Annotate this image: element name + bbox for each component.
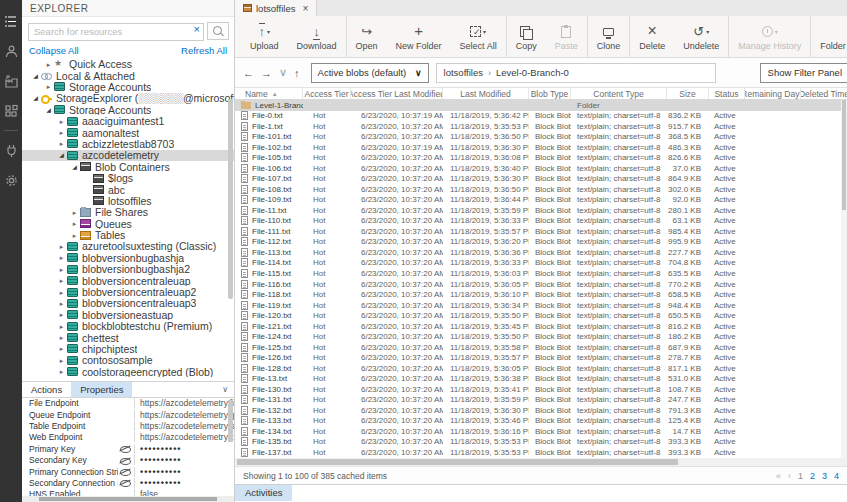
tree-expander-icon[interactable]: [56, 138, 67, 149]
table-row[interactable]: File-101.txt Hot 6/23/2020, 10:37:20 AM …: [235, 132, 847, 143]
table-row[interactable]: File-124.txt Hot 6/23/2020, 10:37:20 AM …: [235, 331, 847, 342]
tree-expander-icon[interactable]: [56, 241, 67, 252]
toolbar-button[interactable]: ▾ Upload: [241, 16, 288, 57]
tree-item[interactable]: $logs: [22, 172, 234, 183]
tab-activities[interactable]: Activities: [235, 485, 292, 501]
show-filter-panel-button[interactable]: Show Filter Panel: [760, 63, 847, 83]
tree-item[interactable]: Quick Access: [22, 59, 234, 70]
toolbar-button[interactable]: ▾ Undelete: [674, 16, 728, 57]
tree-scrollbar[interactable]: [228, 99, 233, 299]
tree-item[interactable]: blobversionbugbashja2: [22, 264, 234, 275]
table-hscrollbar[interactable]: [235, 458, 847, 466]
table-row[interactable]: File-137.txt Hot 6/23/2020, 10:37:20 AM …: [235, 447, 847, 458]
tree-item[interactable]: Storage Accounts: [22, 104, 234, 115]
table-row[interactable]: File-134.txt Hot 6/23/2020, 10:37:20 AM …: [235, 426, 847, 437]
tree-expander-icon[interactable]: [43, 104, 54, 115]
tree-expander-icon[interactable]: [56, 150, 67, 161]
page-link[interactable]: 3: [822, 471, 827, 481]
toolbar-button[interactable]: Paste: [546, 16, 587, 57]
tree-item[interactable]: Queues: [22, 218, 234, 229]
tree-item[interactable]: blobversionbugbashja: [22, 252, 234, 263]
table-row[interactable]: File-11.txt Hot 6/23/2020, 10:37:20 AM 1…: [235, 205, 847, 216]
column-content-type[interactable]: Content Type: [571, 88, 667, 99]
table-row[interactable]: File-133.txt Hot 6/23/2020, 10:37:20 AM …: [235, 415, 847, 426]
table-row[interactable]: File-119.txt Hot 6/23/2020, 10:37:20 AM …: [235, 300, 847, 311]
eye-slash-icon[interactable]: [118, 444, 134, 453]
history-chevron-icon[interactable]: ∨: [279, 66, 287, 79]
tree-expander-icon[interactable]: [56, 275, 67, 286]
table-row[interactable]: File-106.txt Hot 6/23/2020, 10:37:20 AM …: [235, 163, 847, 174]
page-link[interactable]: ‹: [788, 471, 791, 481]
table-row[interactable]: File-135.txt Hot 6/23/2020, 10:37:20 AM …: [235, 437, 847, 448]
tree-expander-icon[interactable]: [56, 252, 67, 263]
toolbar-button[interactable]: Folder Statistics: [810, 16, 847, 57]
toolbar-button[interactable]: Download: [288, 16, 346, 57]
tree-expander-icon[interactable]: [56, 287, 67, 298]
properties-scrollbar[interactable]: [228, 400, 233, 442]
tree-item[interactable]: blobversioncentraleuap3: [22, 298, 234, 309]
tree-expander-icon[interactable]: [56, 343, 67, 354]
tree-item[interactable]: lotsoffiles: [22, 195, 234, 206]
table-row[interactable]: File-102.txt Hot 6/23/2020, 10:37:19 AM …: [235, 142, 847, 153]
table-row[interactable]: File-108.txt Hot 6/23/2020, 10:37:20 AM …: [235, 184, 847, 195]
tree-item[interactable]: chipchiptest: [22, 343, 234, 354]
back-icon[interactable]: ←: [243, 67, 254, 79]
tab-close-icon[interactable]: ×: [302, 3, 308, 14]
tree-item[interactable]: abc: [22, 184, 234, 195]
column-access-tier[interactable]: Access Tier: [303, 88, 351, 99]
tab-lotsoffiles[interactable]: lotsoffiles ×: [235, 0, 317, 16]
toolbar-button[interactable]: ▾ Manage History: [728, 16, 810, 57]
search-icon[interactable]: [207, 22, 229, 40]
breadcrumb[interactable]: lotsoffiles › Level-0-Branch-0: [436, 63, 716, 83]
tree-expander-icon[interactable]: [56, 116, 67, 127]
forward-icon[interactable]: →: [261, 67, 272, 79]
table-row[interactable]: File-115.txt Hot 6/23/2020, 10:37:20 AM …: [235, 268, 847, 279]
tree-expander-icon[interactable]: [30, 93, 41, 104]
connect-icon[interactable]: [0, 135, 22, 165]
toolbar-button[interactable]: Clone: [587, 16, 630, 57]
blob-state-dropdown[interactable]: Active blobs (default) ∨: [311, 63, 429, 83]
table-row[interactable]: File-125.txt Hot 6/23/2020, 10:37:20 AM …: [235, 342, 847, 353]
table-row[interactable]: File-1.txt Hot 6/23/2020, 10:37:20 AM 11…: [235, 121, 847, 132]
refresh-all-link[interactable]: Refresh All: [181, 45, 227, 56]
account-management-icon[interactable]: [0, 36, 22, 66]
column-access-tier-last-modified[interactable]: Access Tier Last Modified: [351, 88, 443, 99]
tab-properties[interactable]: Properties: [71, 382, 132, 397]
eye-slash-icon[interactable]: [118, 478, 134, 487]
tree-item[interactable]: aaaciguimantest1: [22, 115, 234, 126]
tree-expander-icon[interactable]: [56, 298, 67, 309]
eye-slash-icon[interactable]: [118, 467, 134, 476]
tree-item[interactable]: azuretoolsuxtesting (Classic): [22, 241, 234, 252]
table-row[interactable]: File-109.txt Hot 6/23/2020, 10:37:20 AM …: [235, 195, 847, 206]
eye-slash-icon[interactable]: [118, 456, 134, 465]
tree-item[interactable]: azcodetelemetry: [22, 150, 234, 161]
extensions-icon[interactable]: [0, 96, 22, 126]
properties-hscrollbar[interactable]: [22, 496, 234, 502]
table-row[interactable]: File-132.txt Hot 6/23/2020, 10:37:20 AM …: [235, 405, 847, 416]
table-row[interactable]: File-107.txt Hot 6/23/2020, 10:37:20 AM …: [235, 174, 847, 185]
table-row[interactable]: File-114.txt Hot 6/23/2020, 10:37:20 AM …: [235, 258, 847, 269]
collapse-all-link[interactable]: Collapse All: [29, 45, 79, 56]
table-row[interactable]: File-130.txt Hot 6/23/2020, 10:37:20 AM …: [235, 384, 847, 395]
column-blob-type[interactable]: Blob Type: [529, 88, 571, 99]
page-link[interactable]: 4: [834, 471, 839, 481]
tree-expander-icon[interactable]: [69, 230, 80, 241]
table-row[interactable]: File-121.txt Hot 6/23/2020, 10:37:20 AM …: [235, 321, 847, 332]
tree-item[interactable]: coolstorageencrypted (Blob): [22, 366, 234, 377]
tree-expander-icon[interactable]: [56, 332, 67, 343]
column-size[interactable]: Size: [667, 88, 709, 99]
tree-expander-icon[interactable]: [69, 218, 80, 229]
page-link[interactable]: 2: [810, 471, 815, 481]
tree-item[interactable]: StorageExplorer (░░░░░░@microsoft.com): [22, 93, 234, 104]
settings-gear-icon[interactable]: [0, 165, 22, 195]
table-row[interactable]: File-0.txt Hot 6/23/2020, 10:37:19 AM 11…: [235, 111, 847, 122]
tree-expander-icon[interactable]: [56, 309, 67, 320]
tree-item[interactable]: contososample: [22, 355, 234, 366]
tree-expander-icon[interactable]: [43, 59, 54, 70]
table-row[interactable]: File-120.txt Hot 6/23/2020, 10:37:20 AM …: [235, 310, 847, 321]
tab-actions[interactable]: Actions: [22, 382, 71, 397]
table-row[interactable]: File-112.txt Hot 6/23/2020, 10:37:20 AM …: [235, 237, 847, 248]
tree-item[interactable]: Local & Attached: [22, 70, 234, 81]
search-input[interactable]: [28, 23, 204, 41]
table-row[interactable]: Level-1-Branch-0 Folder: [235, 100, 847, 111]
